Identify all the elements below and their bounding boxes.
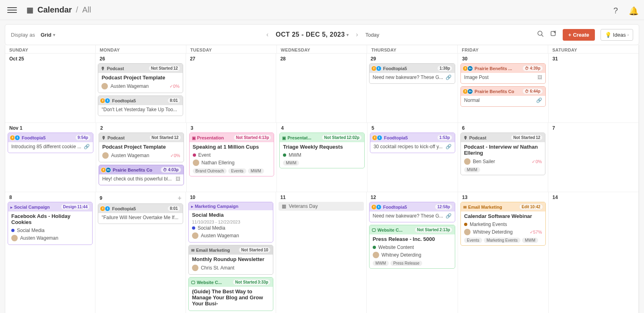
card-title: Social Media (192, 211, 270, 220)
day-cell[interactable]: 3▣PresentationNot Started4:13pSpeaking a… (187, 122, 277, 192)
calendar-card[interactable]: ftFoodtopia51:38pNeed new bakeware? Thes… (369, 63, 455, 84)
calendar-card[interactable]: ✉Email MarketingEdit10:42Calendar Softwa… (460, 202, 545, 246)
breadcrumb-app[interactable]: Calendar (37, 5, 72, 15)
add-item-button[interactable]: + (178, 195, 182, 202)
category-icon: ▣ (192, 135, 196, 140)
category-icon: ft (101, 206, 110, 211)
status-pill: ⏱4:39p (522, 65, 543, 71)
card-category: Email Marketing (468, 205, 518, 209)
day-cell[interactable]: 13✉Email MarketingEdit10:42Calendar Soft… (458, 192, 548, 313)
progress-badge: ✓57% (530, 230, 542, 235)
calendar-card[interactable]: 🎙PodcastNot Started12Podcast Project Tem… (98, 63, 183, 93)
calendar-card[interactable]: ▸Marketing CampaignSocial Media11/10/202… (188, 202, 273, 243)
day-number: 31 (551, 56, 636, 63)
calendar-card[interactable]: ▣PresentationNot Started4:13pSpeaking at… (189, 133, 275, 176)
link-icon: 🔗 (536, 97, 542, 103)
menu-icon[interactable] (7, 5, 17, 15)
category-icon: ft (101, 98, 110, 104)
day-cell[interactable]: 31 (549, 53, 639, 122)
day-cell[interactable]: 5ftFoodtopia51:53p30 cocktail recipes to… (367, 122, 458, 192)
date-range-picker[interactable]: OCT 25 - DEC 5, 2023▾ (276, 31, 349, 38)
card-title: Podcast Project Template (101, 74, 179, 82)
calendar-card[interactable]: 🖵Website C...Not Started3:33p(Guide) The… (188, 277, 273, 311)
category-icon: 🖵 (191, 280, 195, 285)
ideas-button[interactable]: 💡Ideas › (601, 29, 633, 41)
day-cell[interactable]: 9+ftFoodtopia58:01"Failure Will Never Ov… (95, 192, 186, 313)
day-cell[interactable]: Nov 1ftFoodtopia59:54pIntroducing 85 dif… (5, 122, 96, 192)
tag: MWM (373, 261, 389, 266)
card-tags: MWM (464, 166, 542, 172)
notifications-icon[interactable]: 🔔 (629, 6, 637, 14)
calendar-card[interactable]: ✉Email MarketingNot Started10Monthly Rou… (188, 245, 273, 275)
prev-range-button[interactable]: ‹ (265, 29, 270, 40)
day-cell[interactable]: 2🎙PodcastNot Started12Podcast Project Te… (96, 122, 187, 192)
progress-badge: ✓0% (532, 159, 542, 164)
day-cell[interactable]: 28 (276, 53, 366, 122)
card-assignee: Ben Sailer✓0% (464, 158, 542, 166)
search-icon[interactable] (537, 30, 544, 39)
calendar-card[interactable]: 🎙PodcastNot Started12Podcast - Interview… (460, 133, 546, 175)
weekday-header: SATURDAY (548, 45, 639, 53)
card-subtitle: 11/10/2023 - 12/22/2023 (192, 220, 270, 224)
day-cell[interactable]: 10▸Marketing CampaignSocial Media11/10/2… (186, 192, 276, 313)
day-cell[interactable]: 8▸Social CampaignDesign11:44Facebook Ads… (5, 192, 95, 313)
image-icon: 🖼 (175, 176, 180, 182)
display-mode-select[interactable]: Grid▾ (41, 32, 55, 38)
day-cell[interactable]: Oct 25 (5, 53, 95, 122)
card-text: Need new bakeware? These G...🔗 (373, 212, 452, 220)
calendar-card[interactable]: finPrairie Benefits ...⏱4:39pImage Post🖼 (460, 63, 545, 84)
card-assignee: Austen Wageman✓0% (102, 151, 180, 160)
day-number: 11 (279, 195, 363, 202)
day-cell[interactable]: 29ftFoodtopia51:38pNeed new bakeware? Th… (367, 53, 458, 122)
day-cell[interactable]: 7 (548, 122, 639, 192)
card-text: Introducing 85 different cookie ...🔗 (11, 143, 90, 150)
calendar-card[interactable]: ▣Presentat...Not Started12:02pTriage Wee… (279, 133, 365, 168)
day-cell[interactable]: 12ftFoodtopia512:58pNeed new bakeware? T… (367, 192, 458, 313)
calendar-card[interactable]: ftFoodtopia58:01"Failure Will Never Over… (98, 203, 183, 224)
today-button[interactable]: Today (365, 32, 380, 38)
calendar-card[interactable]: ftFoodtopia51:53p30 cocktail recipes to … (370, 133, 455, 153)
day-cell[interactable]: 26🎙PodcastNot Started12Podcast Project T… (95, 53, 186, 122)
card-category: Foodtopia5 (112, 206, 165, 211)
tag: MWM (248, 168, 264, 174)
help-icon[interactable]: ? (613, 6, 621, 14)
calendar-card[interactable]: 🎙PodcastNot Started12Podcast Project Tem… (99, 133, 184, 162)
calendar-card[interactable]: finPrairie Benefits Co⏱6:44pNormal🔗 (460, 86, 545, 107)
day-cell[interactable]: 27 (186, 53, 276, 122)
category-icon: fin (463, 66, 473, 71)
holiday-pill: ▦Veterans Day (279, 202, 363, 211)
day-cell[interactable]: 11▦Veterans Day (276, 192, 366, 313)
create-button[interactable]: +Create (563, 29, 595, 41)
day-cell[interactable]: 6🎙PodcastNot Started12Podcast - Intervie… (458, 122, 549, 192)
card-label: Marketing Events (464, 221, 542, 228)
next-range-button[interactable]: › (354, 29, 359, 40)
card-text: "Don't Let Yesterday Take Up Too... (101, 106, 179, 113)
card-assignee: Austen Wageman (192, 232, 270, 240)
avatar (101, 83, 108, 89)
breadcrumb-view[interactable]: All (82, 5, 91, 15)
day-number: 29 (369, 56, 455, 63)
day-cell[interactable]: 14 (549, 192, 639, 313)
share-icon[interactable] (550, 30, 557, 39)
card-category: Podcast (107, 66, 147, 71)
day-cell[interactable]: 4▣Presentat...Not Started12:02pTriage We… (277, 122, 367, 192)
calendar-card[interactable]: ▸Social CampaignDesign11:44Facebook Ads … (8, 202, 93, 245)
card-title: Monthly Roundup Newsletter (192, 255, 270, 264)
day-cell[interactable]: 30finPrairie Benefits ...⏱4:39pImage Pos… (458, 53, 548, 122)
svg-line-1 (541, 35, 543, 37)
calendar-card[interactable]: ftFoodtopia59:54pIntroducing 85 differen… (8, 133, 93, 153)
status-pill: Not Started12 (149, 135, 181, 141)
calendar-card[interactable]: ftFoodtopia512:58pNeed new bakeware? The… (369, 202, 455, 222)
calendar-card[interactable]: 🖵Website C...Not Started2:13pPress Relea… (369, 225, 455, 269)
calendar-card[interactable]: finPrairie Benefits Co⏱4:03pHey! check o… (99, 165, 184, 185)
weekday-header: TUESDAY (186, 45, 277, 53)
card-label: Social Media (192, 224, 270, 232)
card-category: Foodtopia5 (22, 135, 74, 140)
progress-badge: ✓0% (170, 153, 180, 158)
day-number: 9+ (98, 195, 183, 203)
card-title: Triage Weekly Requests (283, 143, 361, 151)
card-category: Prairie Benefits Co (475, 89, 521, 94)
weekday-header: THURSDAY (367, 45, 458, 53)
calendar-card[interactable]: ftFoodtopia58:01"Don't Let Yesterday Tak… (98, 95, 183, 116)
card-text: Image Post🖼 (464, 74, 542, 81)
